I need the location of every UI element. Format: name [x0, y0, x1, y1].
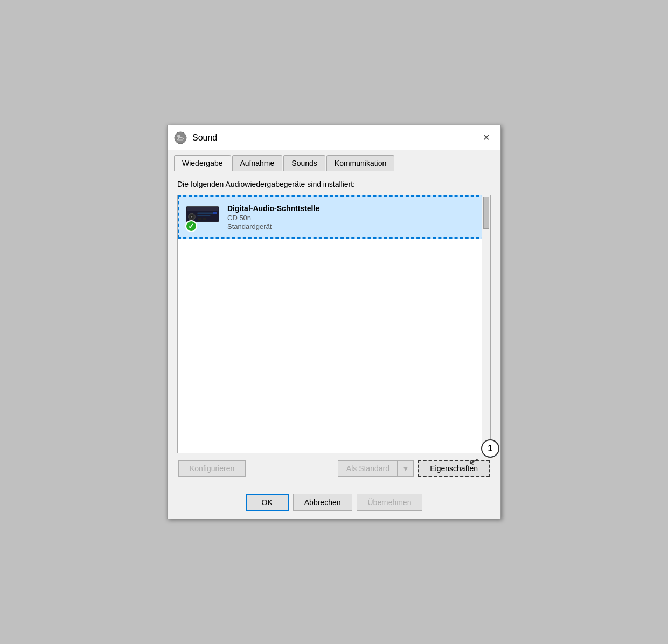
- dialog-footer: OK Abbrechen Übernehmen: [168, 488, 500, 519]
- status-checkmark: ✓: [188, 222, 194, 230]
- als-standard-dropdown[interactable]: ▼: [397, 460, 414, 477]
- cancel-button[interactable]: Abbrechen: [293, 494, 352, 511]
- als-standard-button[interactable]: Als Standard: [338, 460, 397, 477]
- svg-rect-10: [213, 212, 217, 214]
- action-buttons-row: Konfigurieren Als Standard ▼ Eigenschaft…: [177, 460, 491, 477]
- device-info: Digital-Audio-Schnttstelle CD 50n Standa…: [227, 204, 483, 230]
- device-list: ✓ Digital-Audio-Schnttstelle CD 50n Stan…: [177, 195, 491, 453]
- device-model: CD 50n: [227, 214, 483, 222]
- dialog-body: Die folgenden Audiowiedergabegeräte sind…: [168, 171, 500, 488]
- sound-icon: [174, 131, 187, 144]
- svg-rect-4: [187, 207, 218, 211]
- device-icon-wrapper: ✓: [185, 202, 220, 232]
- svg-rect-9: [197, 215, 210, 216]
- svg-rect-8: [197, 213, 214, 214]
- annotation-number: 1: [488, 444, 493, 453]
- sound-dialog: Sound ✕ Wiedergabe Aufnahme Sounds Kommu…: [167, 125, 501, 519]
- tab-wiedergabe[interactable]: Wiedergabe: [174, 155, 231, 171]
- tab-aufnahme[interactable]: Aufnahme: [232, 155, 283, 171]
- als-standard-group: Als Standard ▼: [338, 460, 414, 477]
- annotation-circle-1: 1: [481, 439, 499, 458]
- scrollbar[interactable]: [482, 195, 490, 453]
- svg-point-7: [191, 216, 192, 217]
- device-status-text: Standardgerät: [227, 222, 483, 230]
- status-badge: ✓: [185, 220, 197, 232]
- dialog-title: Sound: [192, 133, 478, 143]
- close-button[interactable]: ✕: [478, 130, 494, 146]
- svg-rect-11: [198, 218, 201, 220]
- device-item[interactable]: ✓ Digital-Audio-Schnttstelle CD 50n Stan…: [178, 195, 490, 239]
- title-bar: Sound ✕: [168, 125, 500, 150]
- tab-kommunikation[interactable]: Kommunikation: [326, 155, 395, 171]
- tab-sounds[interactable]: Sounds: [283, 155, 325, 171]
- eigenschaften-wrapper: Eigenschaften 1 ↙: [418, 460, 490, 477]
- konfigurieren-button[interactable]: Konfigurieren: [178, 460, 246, 477]
- eigenschaften-button[interactable]: Eigenschaften: [418, 460, 490, 477]
- apply-button[interactable]: Übernehmen: [357, 494, 423, 511]
- tab-bar: Wiedergabe Aufnahme Sounds Kommunikation: [168, 150, 500, 171]
- scrollbar-thumb: [483, 197, 489, 229]
- device-name: Digital-Audio-Schnttstelle: [227, 204, 483, 213]
- ok-button[interactable]: OK: [246, 494, 289, 511]
- svg-rect-2: [178, 139, 183, 141]
- description-text: Die folgenden Audiowiedergabegeräte sind…: [177, 180, 491, 188]
- svg-rect-12: [203, 218, 206, 220]
